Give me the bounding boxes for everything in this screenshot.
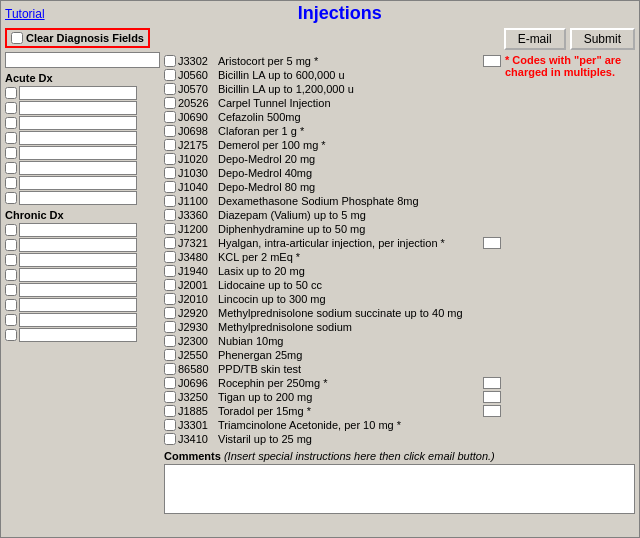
- injection-code: 20526: [178, 97, 216, 109]
- acute-dx-input-5[interactable]: [19, 146, 137, 160]
- injection-row: J1030Depo-Medrol 40mg: [164, 166, 501, 180]
- injection-name: Depo-Medrol 40mg: [218, 167, 501, 179]
- chronic-dx-input-2[interactable]: [19, 238, 137, 252]
- injection-name: Triamcinolone Acetonide, per 10 mg *: [218, 419, 501, 431]
- injection-qty-0[interactable]: [483, 55, 501, 67]
- comments-section: Comments (Insert special instructions he…: [164, 450, 635, 517]
- acute-dx-checkbox-1[interactable]: [5, 87, 17, 99]
- acute-dx-checkbox-2[interactable]: [5, 102, 17, 114]
- injection-qty-23[interactable]: [483, 377, 501, 389]
- acute-dx-checkbox-7[interactable]: [5, 177, 17, 189]
- injection-code: 86580: [178, 363, 216, 375]
- injection-checkbox-27[interactable]: [164, 433, 176, 445]
- acute-dx-input-3[interactable]: [19, 116, 137, 130]
- injection-checkbox-26[interactable]: [164, 419, 176, 431]
- injection-code: J3250: [178, 391, 216, 403]
- chronic-dx-checkbox-4[interactable]: [5, 269, 17, 281]
- email-button[interactable]: E-mail: [504, 28, 566, 50]
- injection-checkbox-13[interactable]: [164, 237, 176, 249]
- clear-diagnosis-button[interactable]: Clear Diagnosis Fields: [5, 28, 150, 48]
- injection-checkbox-12[interactable]: [164, 223, 176, 235]
- chronic-dx-checkbox-3[interactable]: [5, 254, 17, 266]
- chronic-dx-input-8[interactable]: [19, 328, 137, 342]
- acute-dx-input-8[interactable]: [19, 191, 137, 205]
- chronic-dx-label: Chronic Dx: [5, 209, 160, 221]
- injection-checkbox-25[interactable]: [164, 405, 176, 417]
- acute-dx-input-1[interactable]: [19, 86, 137, 100]
- injection-row: J1940Lasix up to 20 mg: [164, 264, 501, 278]
- chronic-dx-input-6[interactable]: [19, 298, 137, 312]
- injection-checkbox-8[interactable]: [164, 167, 176, 179]
- chronic-dx-checkbox-2[interactable]: [5, 239, 17, 251]
- injection-row: J1100Dexamethasone Sodium Phosphate 8mg: [164, 194, 501, 208]
- injection-checkbox-24[interactable]: [164, 391, 176, 403]
- injection-code: J0690: [178, 111, 216, 123]
- acute-dx-checkbox-8[interactable]: [5, 192, 17, 204]
- injection-checkbox-9[interactable]: [164, 181, 176, 193]
- injection-checkbox-18[interactable]: [164, 307, 176, 319]
- injection-name: Aristocort per 5 mg *: [218, 55, 481, 67]
- injection-name: Phenergan 25mg: [218, 349, 501, 361]
- comments-textarea[interactable]: [164, 464, 635, 514]
- chronic-dx-checkbox-7[interactable]: [5, 314, 17, 326]
- injection-name: Rocephin per 250mg *: [218, 377, 481, 389]
- injection-name: Diphenhydramine up to 50 mg: [218, 223, 501, 235]
- injection-checkbox-19[interactable]: [164, 321, 176, 333]
- injection-checkbox-17[interactable]: [164, 293, 176, 305]
- acute-dx-input-7[interactable]: [19, 176, 137, 190]
- injection-row: 86580PPD/TB skin test: [164, 362, 501, 376]
- acute-dx-checkbox-6[interactable]: [5, 162, 17, 174]
- injection-checkbox-11[interactable]: [164, 209, 176, 221]
- injection-name: Bicillin LA up to 1,200,000 u: [218, 83, 501, 95]
- injection-checkbox-0[interactable]: [164, 55, 176, 67]
- chronic-dx-checkbox-6[interactable]: [5, 299, 17, 311]
- chronic-dx-checkbox-8[interactable]: [5, 329, 17, 341]
- injection-checkbox-3[interactable]: [164, 97, 176, 109]
- injection-name: Bicillin LA up to 600,000 u: [218, 69, 501, 81]
- injection-checkbox-14[interactable]: [164, 251, 176, 263]
- injection-checkbox-5[interactable]: [164, 125, 176, 137]
- injection-checkbox-1[interactable]: [164, 69, 176, 81]
- acute-dx-checkbox-3[interactable]: [5, 117, 17, 129]
- acute-dx-row: [5, 116, 160, 130]
- injection-qty-24[interactable]: [483, 391, 501, 403]
- injection-checkbox-10[interactable]: [164, 195, 176, 207]
- acute-dx-input-6[interactable]: [19, 161, 137, 175]
- injection-code: J0696: [178, 377, 216, 389]
- injection-checkbox-6[interactable]: [164, 139, 176, 151]
- acute-dx-checkbox-5[interactable]: [5, 147, 17, 159]
- search-input[interactable]: [5, 52, 160, 68]
- acute-dx-input-2[interactable]: [19, 101, 137, 115]
- injection-checkbox-16[interactable]: [164, 279, 176, 291]
- injection-checkbox-15[interactable]: [164, 265, 176, 277]
- chronic-dx-input-4[interactable]: [19, 268, 137, 282]
- injection-checkbox-21[interactable]: [164, 349, 176, 361]
- injection-checkbox-4[interactable]: [164, 111, 176, 123]
- acute-dx-input-4[interactable]: [19, 131, 137, 145]
- injection-checkbox-2[interactable]: [164, 83, 176, 95]
- injection-row: J2001Lidocaine up to 50 cc: [164, 278, 501, 292]
- acute-dx-checkbox-4[interactable]: [5, 132, 17, 144]
- chronic-dx-checkbox-1[interactable]: [5, 224, 17, 236]
- injection-checkbox-20[interactable]: [164, 335, 176, 347]
- injection-checkbox-23[interactable]: [164, 377, 176, 389]
- injection-qty-25[interactable]: [483, 405, 501, 417]
- chronic-dx-checkbox-5[interactable]: [5, 284, 17, 296]
- acute-dx-fields: [5, 86, 160, 205]
- clear-checkbox[interactable]: [11, 32, 23, 44]
- injection-code: J2010: [178, 293, 216, 305]
- submit-button[interactable]: Submit: [570, 28, 635, 50]
- injection-checkbox-7[interactable]: [164, 153, 176, 165]
- injection-qty-13[interactable]: [483, 237, 501, 249]
- chronic-dx-input-7[interactable]: [19, 313, 137, 327]
- tutorial-link[interactable]: Tutorial: [5, 7, 45, 21]
- acute-dx-row: [5, 191, 160, 205]
- chronic-dx-input-3[interactable]: [19, 253, 137, 267]
- chronic-dx-input-5[interactable]: [19, 283, 137, 297]
- injection-row: J2550Phenergan 25mg: [164, 348, 501, 362]
- injection-code: J0698: [178, 125, 216, 137]
- chronic-dx-input-1[interactable]: [19, 223, 137, 237]
- injection-name: Vistaril up to 25 mg: [218, 433, 501, 445]
- injection-checkbox-22[interactable]: [164, 363, 176, 375]
- injection-name: Claforan per 1 g *: [218, 125, 501, 137]
